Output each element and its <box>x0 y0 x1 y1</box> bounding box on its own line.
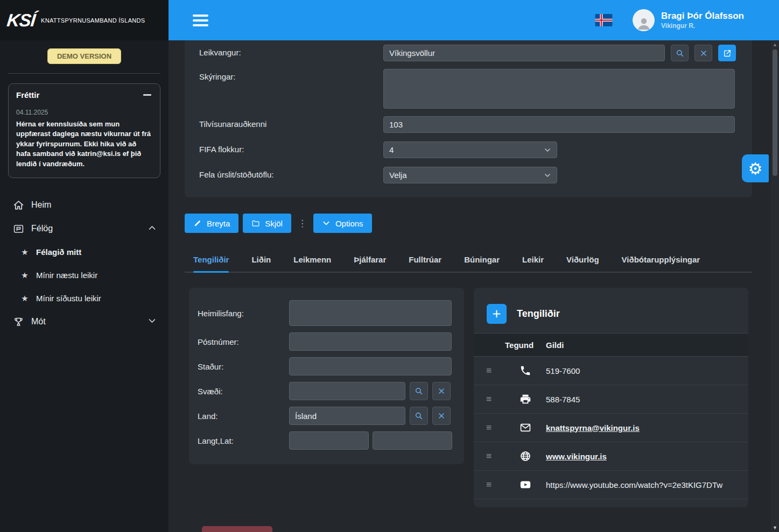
land-search-button[interactable] <box>410 407 428 425</box>
postnumer-input[interactable] <box>289 332 452 351</box>
sidebar-divider <box>8 73 160 74</box>
star-icon: ★ <box>20 271 30 280</box>
contact-row: 519-7600 <box>474 357 748 385</box>
scrollbar-thumb[interactable] <box>773 49 777 176</box>
search-icon <box>415 387 423 395</box>
langt-input[interactable] <box>289 431 369 450</box>
contact-value: 588-7845 <box>546 395 748 404</box>
row-menu-icon[interactable] <box>486 395 493 403</box>
star-icon: ★ <box>20 247 30 257</box>
vertical-scrollbar[interactable]: ▲ ▼ <box>771 40 779 532</box>
partial-danger-button[interactable] <box>202 526 272 532</box>
tab-lidin[interactable]: Liðin <box>251 255 271 272</box>
chevron-down-icon <box>322 219 331 228</box>
sidebar-item-label: Félög <box>31 224 53 233</box>
contact-row: https://www.youtube.com/watch?v=2e3tKIG7… <box>474 471 748 499</box>
leikvangur-search-button[interactable] <box>671 45 689 61</box>
search-icon <box>676 49 684 58</box>
main-content: Leikvangur: Skýringar: Tilvísunarauðkenn… <box>169 40 779 532</box>
leikvangur-clear-button[interactable] <box>694 45 712 61</box>
contact-row: www.vikingur.is <box>474 442 748 471</box>
avatar[interactable] <box>633 9 655 31</box>
contact-value: 519-7600 <box>546 366 748 375</box>
user-info[interactable]: Bragi Þór Ólafsson Vikingur R. <box>661 11 744 30</box>
breyta-button[interactable]: Breyta <box>185 214 238 233</box>
home-icon <box>13 200 24 211</box>
collapse-icon[interactable] <box>143 94 151 96</box>
ksi-logo: KSÍ <box>6 10 36 31</box>
row-menu-icon[interactable] <box>486 424 493 431</box>
contacts-card: Tengiliðir Tegund Gildi 519-7600 588-784… <box>474 288 748 507</box>
sidebar-item-mot[interactable]: Mót <box>0 310 169 334</box>
land-input[interactable] <box>289 407 405 425</box>
contacts-title: Tengiliðir <box>517 308 560 320</box>
sidebar-item-felog[interactable]: Félög <box>0 217 169 240</box>
topbar: Bragi Þór Ólafsson Vikingur R. <box>169 0 779 40</box>
sidebar-item-label: Mót <box>31 317 46 327</box>
leikvangur-input[interactable] <box>383 45 665 61</box>
settings-fab[interactable]: ⚙ <box>742 154 769 182</box>
tournament-icon <box>13 316 24 328</box>
youtube-icon <box>520 479 531 491</box>
fifa-flokkur-value: 4 <box>389 145 394 154</box>
skjol-button[interactable]: Skjöl <box>243 214 291 233</box>
chevron-down-icon <box>544 172 551 179</box>
news-title: Fréttir <box>16 90 39 100</box>
tilvisun-input[interactable] <box>383 116 735 133</box>
skyringar-textarea[interactable] <box>383 69 735 109</box>
scroll-down-arrow[interactable]: ▼ <box>771 523 779 532</box>
fela-urslit-value: Velja <box>389 171 407 180</box>
breyta-label: Breyta <box>207 219 230 228</box>
demo-version-badge: DEMO VERSION <box>47 48 121 64</box>
options-button[interactable]: Options <box>313 214 372 233</box>
skyringar-label: Skýringar: <box>199 69 383 81</box>
tilvisun-label: Tilvísunarauðkenni <box>199 116 383 129</box>
tab-tengilidir[interactable]: Tengiliðir <box>193 255 229 272</box>
menu-toggle-button[interactable] <box>193 15 208 26</box>
scroll-up-arrow[interactable]: ▲ <box>771 40 779 49</box>
iceland-flag-icon[interactable] <box>595 14 613 26</box>
contact-link[interactable]: knattspyrna@vikingur.is <box>546 423 748 432</box>
svaedi-clear-button[interactable] <box>432 382 451 400</box>
action-bar: Breyta Skjöl ⋮ Options <box>185 214 372 233</box>
fela-urslit-label: Fela úrslit/stöðutöflu: <box>199 167 383 179</box>
sidebar-item-minir-sidustu-leikir[interactable]: ★ Mínir síðustu leikir <box>0 287 169 310</box>
fela-urslit-select[interactable]: Velja <box>383 167 557 183</box>
sidebar-item-heim[interactable]: Heim <box>0 193 169 217</box>
svaedi-input[interactable] <box>289 382 405 400</box>
tab-leikmenn[interactable]: Leikmenn <box>293 255 331 272</box>
contact-link[interactable]: www.vikingur.is <box>546 452 748 461</box>
row-menu-icon[interactable] <box>486 367 493 374</box>
org-name: KNATTSPYRNUSAMBAND ÍSLANDS <box>41 17 145 24</box>
globe-icon <box>520 450 531 462</box>
stadur-input[interactable] <box>289 357 452 375</box>
sidebar-item-minir-naestu-leikir[interactable]: ★ Mínir næstu leikir <box>0 264 169 287</box>
brand-header: KSÍ KNATTSPYRNUSAMBAND ÍSLANDS <box>0 0 169 40</box>
leikvangur-open-button[interactable] <box>718 45 736 61</box>
news-panel: Fréttir 04.11.2025 Hérna er kennslusíða … <box>8 83 160 178</box>
options-label: Options <box>335 219 363 228</box>
svaedi-search-button[interactable] <box>410 382 428 400</box>
tab-leikir[interactable]: Leikir <box>522 255 544 272</box>
close-icon <box>699 49 708 58</box>
lat-input[interactable] <box>373 431 452 450</box>
row-menu-icon[interactable] <box>486 452 493 460</box>
hamburger-icon <box>193 15 208 17</box>
land-clear-button[interactable] <box>432 407 451 425</box>
add-contact-button[interactable] <box>487 304 507 324</box>
tab-vidbotarupplysingar[interactable]: Viðbótarupplýsingar <box>622 255 700 272</box>
tab-vidurlog[interactable]: Viðurlög <box>566 255 599 272</box>
row-menu-icon[interactable] <box>486 481 493 488</box>
heimilisfang-input[interactable] <box>289 300 452 326</box>
hamburger-icon <box>193 24 208 26</box>
contact-value: https://www.youtube.com/watch?v=2e3tKIG7… <box>546 480 748 490</box>
address-form-card: Heimilisfang: Póstnúmer: Staður: Svæði: <box>189 288 464 464</box>
kebab-icon[interactable]: ⋮ <box>298 218 307 229</box>
tab-thjalfarar[interactable]: Þjálfarar <box>354 255 386 272</box>
close-icon <box>437 387 446 395</box>
close-icon <box>437 412 446 420</box>
sidebar-item-felagid-mitt[interactable]: ★ Félagið mitt <box>0 240 169 264</box>
fifa-flokkur-select[interactable]: 4 <box>383 141 557 158</box>
tab-fulltruar[interactable]: Fulltrúar <box>409 255 441 272</box>
tab-buningar[interactable]: Búningar <box>464 255 500 272</box>
